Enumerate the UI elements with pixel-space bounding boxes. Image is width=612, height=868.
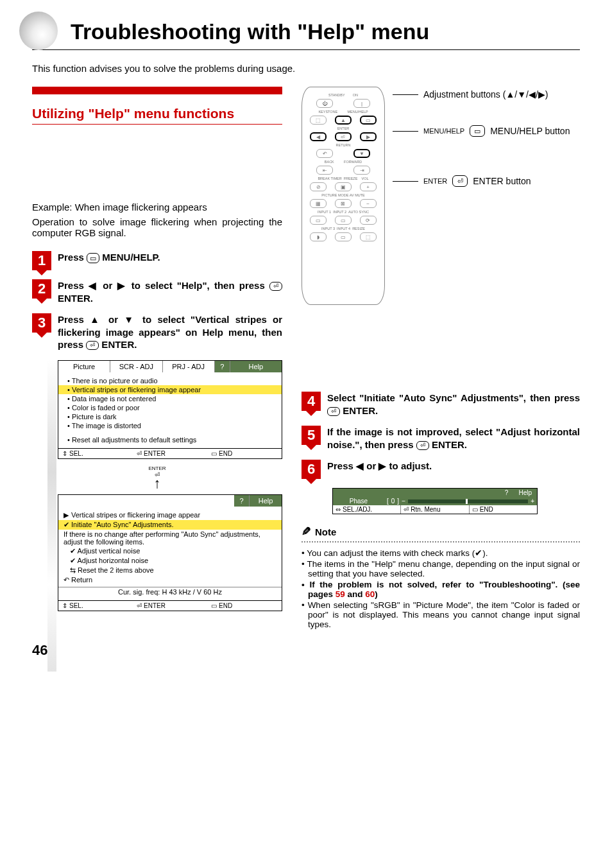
page-number: 46 — [32, 642, 580, 659]
page-title: Troubleshooting with "Help" menu — [71, 19, 580, 44]
note-item: You can adjust the items with check mark… — [302, 548, 580, 558]
osd-foot-seladj: ⇔SEL./ADJ. — [333, 505, 401, 514]
remote-right-button: ▶ — [360, 132, 377, 141]
note-item: The items in the "Help" menu change, dep… — [302, 559, 580, 578]
remote-left-button: ◀ — [310, 132, 327, 141]
osd-foot-end: ▭END — [207, 449, 282, 458]
step-number: 4 — [302, 392, 321, 411]
osd-tab: SCR - ADJ — [110, 361, 162, 372]
phase-adjust-osd: ?Help Phase [0] −+ ⇔SEL./ADJ. ⏎Rtn. Menu… — [332, 488, 538, 514]
osd-foot-enter: ⏎ENTER — [133, 601, 207, 611]
step-text: Press ▲ or ▼ to select "Vertical stripes… — [58, 313, 282, 351]
phase-slider — [408, 499, 528, 503]
step-3: 3 Press ▲ or ▼ to select "Vertical strip… — [32, 313, 282, 351]
step-text: Press ▭ MENU/HELP. — [58, 251, 282, 270]
osd-item: • Data image is not centered — [64, 394, 276, 403]
osd-item: ✔ Adjust vertical noise — [64, 546, 276, 556]
remote-diagram: STANDBY ON ⏻| KEYSTONE MENU/HELP ⬚▲▭ ENT… — [302, 87, 385, 305]
step-4: 4 Select "Initiate "Auto Sync" Adjustmen… — [302, 392, 580, 417]
enter-arrow-hint: ENTER ⏎ ↑ — [32, 465, 282, 488]
enter-icon: ⏎ — [416, 441, 429, 450]
note-divider — [302, 541, 580, 542]
menu-help-icon: ▭ — [87, 253, 99, 263]
label-menu-help-button: MENU/HELP ▭ MENU/HELP button — [393, 125, 580, 137]
title-rule — [32, 49, 580, 50]
step-number: 3 — [32, 313, 51, 333]
osd-help-detail: ? Help ▶Vertical stripes or flickering i… — [58, 494, 282, 611]
osd-heading: ▶Vertical stripes or flickering image ap… — [64, 510, 276, 520]
osd-item: • Vertical stripes or flickering image a… — [58, 385, 282, 394]
osd-foot-end: ▭END — [470, 505, 537, 514]
osd-tab: Picture — [58, 361, 110, 372]
osd-tab-help: Help — [250, 495, 282, 507]
osd-item: • There is no picture or audio — [64, 376, 276, 385]
step-2: 2 Press ◀ or ▶ to select "Help", then pr… — [32, 279, 282, 304]
side-gradient — [47, 360, 56, 672]
remote-menu-button: ▭ — [360, 116, 377, 125]
osd-foot-rtnmenu: ⏎Rtn. Menu — [401, 505, 469, 514]
phase-label: Phase — [333, 497, 384, 505]
osd-item: ↶ Return — [64, 575, 276, 585]
osd-tab-help: Help — [230, 361, 282, 372]
remote-down-button: ▼ — [353, 149, 370, 158]
step-6: 6 Press ◀ or ▶ to adjust. — [302, 460, 580, 479]
step-1: 1 Press ▭ MENU/HELP. — [32, 251, 282, 270]
step-number: 6 — [302, 460, 321, 479]
osd-tab: PRJ - ADJ — [163, 361, 215, 372]
osd-tab-help-icon: ? — [234, 495, 250, 507]
osd-foot-sel: ⇕SEL. — [58, 601, 133, 611]
intro-text: This function advises you to solve the p… — [32, 63, 580, 74]
label-adjustment-buttons: Adjustment buttons (▲/▼/◀/▶) — [393, 89, 580, 100]
osd-tab-help-icon: ? — [215, 361, 230, 372]
remote-up-button: ▲ — [335, 116, 352, 125]
section-title: Utilizing "Help" menu functions — [32, 106, 282, 121]
red-bar — [32, 87, 282, 94]
osd-foot-sel: ⇕SEL. — [58, 449, 133, 458]
step-text: If the image is not improved, select "Ad… — [327, 426, 580, 451]
osd-item: ⇆ Reset the 2 items above — [64, 566, 276, 575]
step-5: 5 If the image is not improved, select "… — [302, 426, 580, 451]
example-body: Operation to solve image flickering when… — [32, 216, 282, 238]
step-text: Select "Initiate "Auto Sync" Adjustments… — [327, 392, 580, 417]
note-item: When selecting "sRGB" in "Picture Mode",… — [302, 600, 580, 629]
step-text: Press ◀ or ▶ to adjust. — [327, 460, 580, 479]
step-text: Press ◀ or ▶ to select "Help", then pres… — [58, 279, 282, 304]
step-number: 1 — [32, 251, 51, 270]
osd-item: • Color is faded or poor — [64, 403, 276, 412]
phase-value: 0 — [391, 498, 395, 505]
enter-icon: ⏎ — [269, 282, 282, 291]
label-enter-button: ENTER ⏎ ENTER button — [393, 175, 580, 187]
osd-sigline: Cur. sig. freq: H 43 kHz / V 60 Hz — [58, 587, 282, 596]
example-heading: Example: When image flickering appears — [32, 202, 282, 213]
section-rule — [32, 124, 282, 125]
note-item: If the problem is not solved, refer to "… — [302, 580, 580, 599]
enter-icon: ⏎ — [86, 341, 99, 350]
osd-item: ✔ Initiate "Auto Sync" Adjustments. — [58, 520, 282, 530]
osd-item: If there is no change after performing "… — [64, 530, 276, 546]
osd-help-menu: Picture SCR - ADJ PRJ - ADJ ? Help • The… — [58, 360, 282, 459]
step-number: 2 — [32, 279, 51, 299]
step-number: 5 — [302, 426, 321, 445]
osd-foot-enter: ⏎ENTER — [133, 449, 207, 458]
osd-item: • Reset all adjustments to default setti… — [64, 435, 276, 444]
osd-foot-end: ▭END — [207, 601, 282, 611]
enter-icon: ⏎ — [327, 407, 340, 416]
note-heading: Note — [302, 525, 580, 539]
corner-logo — [19, 12, 58, 50]
osd-item: • Picture is dark — [64, 412, 276, 421]
note-list: You can adjust the items with check mark… — [302, 548, 580, 629]
remote-enter-button: ⏎ — [335, 132, 352, 141]
osd-item: • The image is distorted — [64, 421, 276, 430]
osd-item: ✔ Adjust horizontal noise — [64, 556, 276, 566]
